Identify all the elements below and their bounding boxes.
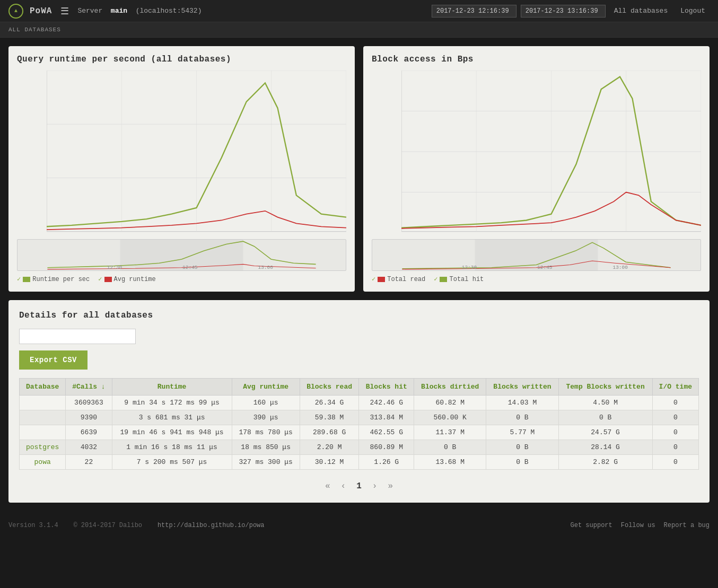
swatch-green-2	[440, 277, 447, 282]
footer-right: Get support Follow us Report a bug	[571, 522, 710, 529]
table-body: 36093639 min 34 s 172 ms 99 μs160 μs26.3…	[20, 396, 699, 470]
db-link-powa[interactable]: powa	[34, 458, 51, 466]
get-support-link[interactable]: Get support	[571, 522, 612, 529]
hamburger-icon[interactable]: ☰	[58, 3, 71, 19]
chart2-mini: 12:30 12:45 13:00	[372, 239, 701, 271]
follow-us-link[interactable]: Follow us	[621, 522, 655, 529]
copyright-text: © 2014-2017 Dalibo	[73, 522, 142, 529]
chart1-legend: ✓ Runtime per sec ✓ Avg runtime	[17, 275, 346, 283]
page-first-btn[interactable]: «	[322, 480, 334, 492]
legend-total-hit: ✓ Total hit	[434, 275, 484, 283]
swatch-green	[23, 277, 30, 282]
chart2-title: Block access in Bps	[372, 55, 701, 64]
data-table: Database #Calls ↓ Runtime Avg runtime Bl…	[19, 378, 699, 470]
cell-blocks_written: 0 B	[486, 440, 558, 455]
report-bug-link[interactable]: Report a bug	[664, 522, 710, 529]
cell-blocks_dirtied: 11.37 M	[414, 425, 486, 440]
cell-io_time: 0	[652, 410, 698, 425]
search-container: 🔍	[19, 329, 699, 344]
chart1-wrapper: 2 s 1 s 0 12:30 12:45 13:00	[47, 71, 346, 235]
cell-runtime: 7 s 200 ms 507 μs	[112, 455, 232, 470]
details-panel: Details for all databases 🔍 Export CSV D…	[8, 300, 710, 503]
chart-query-runtime: Query runtime per second (all databases)	[8, 46, 355, 292]
legend-label-2: Avg runtime	[114, 276, 156, 283]
cell-blocks_hit: 462.55 G	[359, 425, 414, 440]
cell-blocks_dirtied: 60.82 M	[414, 396, 486, 410]
cell-avg_runtime: 178 ms 780 μs	[232, 425, 300, 440]
cell-blocks_written: 5.77 M	[486, 425, 558, 440]
footer: Version 3.1.4 © 2014-2017 Dalibo http://…	[0, 515, 718, 536]
legend-label-4: Total hit	[449, 276, 484, 283]
cell-calls: 6639	[66, 425, 112, 440]
cell-blocks_hit: 860.89 M	[359, 440, 414, 455]
cell-blocks_read: 59.38 M	[300, 410, 359, 425]
check-icon-3: ✓	[372, 275, 375, 283]
table-row: postgres40321 min 16 s 18 ms 11 μs18 ms …	[20, 440, 699, 455]
logout-button[interactable]: Logout	[676, 5, 710, 17]
cell-blocks_dirtied: 560.00 K	[414, 410, 486, 425]
cell-temp_blocks_written: 2.82 G	[558, 455, 652, 470]
chart1-title: Query runtime per second (all databases)	[17, 55, 346, 64]
cell-blocks_hit: 313.84 M	[359, 410, 414, 425]
server-label: Server	[77, 7, 102, 15]
cell-calls: 3609363	[66, 396, 112, 410]
chart-block-access: Block access in Bps	[363, 46, 710, 292]
search-input[interactable]	[19, 329, 136, 344]
cell-temp_blocks_written: 4.50 M	[558, 396, 652, 410]
server-name: main	[111, 7, 127, 15]
cell-blocks_dirtied: 13.68 M	[414, 455, 486, 470]
swatch-red-2	[378, 277, 385, 282]
date-from-input[interactable]	[432, 5, 516, 17]
charts-row: Query runtime per second (all databases)	[8, 46, 710, 292]
cell-blocks_read: 2.20 M	[300, 440, 359, 455]
table-row: powa227 s 200 ms 507 μs327 ms 300 μs30.1…	[20, 455, 699, 470]
export-csv-button[interactable]: Export CSV	[19, 350, 87, 370]
legend-label-3: Total read	[387, 276, 425, 283]
breadcrumb-label: ALL DATABASES	[8, 27, 61, 33]
logo-icon: ▲	[8, 4, 23, 19]
main-content: Query runtime per second (all databases)	[0, 38, 718, 511]
chart1-svg: 2 s 1 s 0 12:30 12:45 13:00	[47, 71, 346, 233]
cell-blocks_read: 289.68 G	[300, 425, 359, 440]
all-databases-button[interactable]: All databases	[610, 5, 672, 17]
footer-left: Version 3.1.4 © 2014-2017 Dalibo http://…	[8, 522, 265, 529]
page-prev-btn[interactable]: ‹	[338, 480, 349, 492]
col-calls[interactable]: #Calls ↓	[66, 379, 112, 396]
check-icon: ✓	[17, 275, 21, 283]
svg-text:13:00: 13:00	[612, 265, 628, 270]
cell-runtime: 3 s 681 ms 31 μs	[112, 410, 232, 425]
col-blocks-hit: Blocks hit	[359, 379, 414, 396]
page-next-btn[interactable]: ›	[369, 480, 381, 492]
cell-blocks_written: 0 B	[486, 410, 558, 425]
cell-runtime: 1 min 16 s 18 ms 11 μs	[112, 440, 232, 455]
legend-total-read: ✓ Total read	[372, 275, 425, 283]
page-current[interactable]: 1	[353, 480, 365, 492]
pagination: « ‹ 1 › »	[19, 480, 699, 492]
chart1-mini-svg: 12:30 12:45 13:00	[17, 240, 346, 270]
cell-calls: 9390	[66, 410, 112, 425]
server-host: (localhost:5432)	[136, 7, 202, 15]
cell-io_time: 0	[652, 455, 698, 470]
page-last-btn[interactable]: »	[384, 480, 396, 492]
db-link-postgres[interactable]: postgres	[26, 443, 59, 451]
search-wrapper: 🔍	[19, 329, 136, 344]
col-io-time: I/O time	[652, 379, 698, 396]
date-to-input[interactable]	[521, 5, 606, 17]
cell-blocks_read: 26.34 G	[300, 396, 359, 410]
check-icon-2: ✓	[98, 275, 102, 283]
col-database: Database	[20, 379, 66, 396]
cell-temp_blocks_written: 24.57 G	[558, 425, 652, 440]
chart2-mini-svg: 12:30 12:45 13:00	[372, 240, 701, 270]
col-blocks-read: Blocks read	[300, 379, 359, 396]
cell-blocks_hit: 1.26 G	[359, 455, 414, 470]
cell-blocks_dirtied: 0 B	[414, 440, 486, 455]
svg-rect-36	[475, 240, 598, 270]
col-blocks-written: Blocks written	[486, 379, 558, 396]
cell-calls: 22	[66, 455, 112, 470]
footer-url[interactable]: http://dalibo.github.io/powa	[157, 522, 265, 529]
chart2-legend: ✓ Total read ✓ Total hit	[372, 275, 701, 283]
table-header-row: Database #Calls ↓ Runtime Avg runtime Bl…	[20, 379, 699, 396]
svg-text:12:45: 12:45	[537, 265, 553, 270]
cell-avg_runtime: 160 μs	[232, 396, 300, 410]
cell-io_time: 0	[652, 396, 698, 410]
